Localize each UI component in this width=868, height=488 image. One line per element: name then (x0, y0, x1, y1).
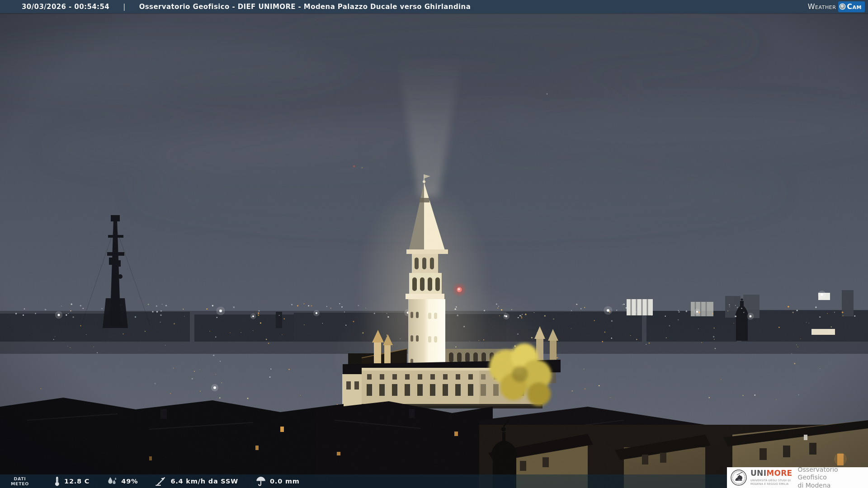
dati-meteo-label: DATI METEO (4, 476, 36, 487)
title-separator: | (123, 3, 125, 11)
rain-value: 0.0 mm (270, 478, 300, 485)
weathercam-cam-text: Cam (847, 2, 862, 11)
water-drops-icon (107, 476, 118, 486)
camera-title: Osservatorio Geofisico - DIEF UNIMORE - … (139, 3, 471, 11)
timestamp: 30/03/2026 - 00:54:54 (22, 3, 109, 11)
weathercam-cam-badge: Cam (838, 1, 865, 12)
wind-value: 6.4 km/h da SSW (170, 478, 238, 485)
unimore-credit-box: UNIMORE UNIVERSITÀ DEGLI STUDI DI MODENA… (727, 467, 868, 488)
temperature-reading: 12.8 C (53, 476, 90, 487)
camera-lens-icon (840, 4, 845, 9)
humidity-value: 49% (121, 478, 138, 485)
weathercam-weather-text: Weather (808, 2, 836, 11)
thermometer-icon (53, 476, 61, 487)
weathercam-logo: Weather Cam (808, 1, 868, 12)
unimore-wordmark: UNIMORE UNIVERSITÀ DEGLI STUDI DI MODENA… (750, 469, 793, 486)
humidity-reading: 49% (107, 476, 138, 486)
webcam-frame: 30/03/2026 - 00:54:54 | Osservatorio Geo… (0, 0, 868, 488)
rain-reading: 0.0 mm (255, 476, 300, 487)
header-bar: 30/03/2026 - 00:54:54 | Osservatorio Geo… (0, 0, 868, 13)
unimore-uni-text: UNI (750, 469, 766, 478)
umbrella-icon (255, 476, 266, 487)
night-cityscape-photo (0, 0, 868, 488)
temperature-value: 12.8 C (64, 478, 90, 485)
wind-vane-icon (155, 476, 167, 487)
unimore-seal-icon (731, 469, 747, 486)
university-name: UNIVERSITÀ DEGLI STUDI DI MODENA E REGGI… (750, 479, 793, 486)
unimore-more-text: MORE (766, 469, 792, 478)
wind-reading: 6.4 km/h da SSW (155, 476, 238, 487)
observatory-name: Osservatorio Geofisico di Modena (798, 466, 868, 488)
